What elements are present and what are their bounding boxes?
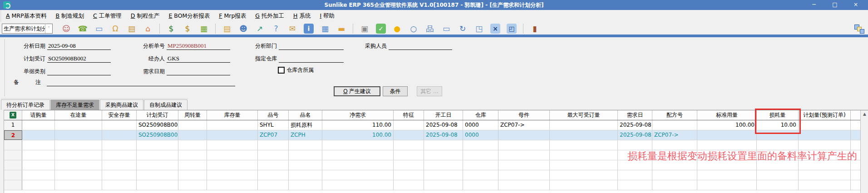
menu-item-F[interactable]: F Mrp报表 (219, 12, 246, 20)
column-header-std_usage[interactable]: 标准用量 (697, 110, 757, 120)
excel-export-icon[interactable]: X (10, 112, 16, 119)
cell-feature[interactable] (394, 170, 424, 180)
cell-demand_date[interactable]: 2025-09-08 (618, 130, 652, 140)
cell-formula_no[interactable]: ZCP07-> (652, 130, 697, 140)
column-header-feature[interactable]: 特征 (394, 110, 424, 120)
cell-parent_item[interactable] (498, 180, 550, 190)
monitor-icon[interactable]: ▭ (93, 23, 105, 34)
handler-field[interactable]: GKS (167, 54, 230, 63)
cell-std_usage[interactable]: 100.00 (697, 120, 757, 130)
menu-item-I[interactable]: I 帮助 (320, 12, 335, 20)
cell-formula_no[interactable] (652, 120, 697, 130)
cell-item_no[interactable] (258, 160, 289, 170)
cell-turnover[interactable] (178, 150, 207, 160)
generate-suggestion-button[interactable]: O 产生建议 (334, 86, 380, 96)
vertical-scrollbar[interactable]: ▲ (860, 110, 868, 193)
cell-safety_stock[interactable] (102, 140, 137, 150)
cell-qty_in_transit[interactable] (55, 130, 102, 140)
menu-item-C[interactable]: C 工单管理 (93, 12, 122, 20)
cell-loss_qty[interactable] (757, 180, 799, 190)
close-button[interactable]: × (845, 0, 866, 10)
cart-icon[interactable]: ▦ (198, 23, 210, 34)
cell-safety_stock[interactable] (102, 130, 137, 140)
cell-turnover[interactable] (178, 160, 207, 170)
cell-parent_item[interactable] (498, 140, 550, 150)
cell-stock[interactable] (207, 130, 258, 140)
cell-qty_in_transit[interactable] (55, 120, 102, 130)
cell-qty_requested[interactable] (22, 160, 55, 170)
cell-qty_requested[interactable] (22, 170, 55, 180)
cell-stock[interactable] (207, 170, 258, 180)
home-icon[interactable]: ⌂ (142, 23, 154, 34)
users-icon[interactable]: ☻ (237, 23, 249, 34)
cell-qty_requested[interactable] (22, 120, 55, 130)
remark-field[interactable] (47, 78, 235, 86)
cell-std_usage[interactable] (697, 140, 757, 150)
row-number-cell[interactable] (4, 180, 22, 190)
tab-1[interactable]: 待分析订单记录 (1, 99, 50, 110)
cell-std_usage[interactable] (697, 130, 757, 140)
grid-corner-cell[interactable]: X (4, 110, 22, 120)
close-window-icon[interactable]: × (490, 24, 500, 34)
cell-qty_requested[interactable] (22, 130, 55, 140)
cell-max_orderable[interactable] (550, 120, 618, 130)
search-icon[interactable]: ○ (408, 23, 419, 34)
cell-feature[interactable] (394, 120, 424, 130)
cell-start_date[interactable]: 2025-09-08 (424, 120, 463, 130)
cell-demand_date[interactable] (618, 170, 652, 180)
cell-warehouse[interactable] (463, 150, 498, 160)
menu-item-A[interactable]: A MRP基本资料 (6, 12, 47, 20)
cell-formula_no[interactable] (652, 140, 697, 150)
cell-safety_stock[interactable] (102, 150, 137, 160)
cell-warehouse[interactable]: 0000 (463, 130, 498, 140)
column-header-formula_no[interactable]: 配方号 (652, 110, 697, 120)
org-chart-icon[interactable]: 品 (424, 23, 436, 34)
cell-feature[interactable] (394, 150, 424, 160)
cell-item_name[interactable] (289, 140, 322, 150)
tab-2[interactable]: 库存不足量需求 (50, 99, 99, 110)
cell-stock[interactable] (207, 120, 258, 130)
cell-net_demand[interactable] (322, 140, 394, 150)
cell-loss_qty[interactable]: 10.00 (757, 120, 799, 130)
cell-item_name[interactable] (289, 160, 322, 170)
cell-warehouse[interactable] (463, 140, 498, 150)
cell-item_name[interactable] (289, 170, 322, 180)
bell-icon[interactable]: ● (391, 23, 403, 34)
column-header-max_orderable[interactable]: 最大可受订量 (550, 110, 618, 120)
cell-parent_item[interactable] (498, 170, 550, 180)
column-header-loss_qty[interactable]: 损耗量 (757, 110, 799, 120)
cell-feature[interactable] (394, 140, 424, 150)
cell-safety_stock[interactable] (102, 160, 137, 170)
tab-4[interactable]: 自制成品建议 (144, 99, 187, 110)
cell-parent_item[interactable] (498, 130, 550, 140)
cell-loss_qty[interactable] (757, 130, 799, 140)
column-header-demand_date[interactable]: 需求日 (618, 110, 652, 120)
row-number-cell[interactable]: 2 (4, 130, 22, 140)
cell-warehouse[interactable] (463, 170, 498, 180)
cell-item_no[interactable] (258, 150, 289, 160)
cell-stock[interactable] (207, 160, 258, 170)
cell-qty_requested[interactable] (22, 180, 55, 190)
cell-start_date[interactable] (424, 150, 463, 160)
row-number-cell[interactable] (4, 170, 22, 180)
cell-parent_item[interactable]: ZCP07-> (498, 120, 550, 130)
cell-plan_order[interactable] (137, 140, 178, 150)
cell-net_demand[interactable] (322, 180, 394, 190)
exit-door-icon[interactable]: ▮ (529, 23, 541, 34)
cell-safety_stock[interactable] (102, 120, 137, 130)
cell-loss_qty[interactable] (757, 170, 799, 180)
column-header-warehouse[interactable]: 仓库 (463, 110, 498, 120)
cell-item_name[interactable] (289, 180, 322, 190)
cell-qty_in_transit[interactable] (55, 180, 102, 190)
plan-order-field[interactable]: SO250908B002 (47, 54, 111, 63)
cell-demand_date[interactable] (618, 180, 652, 190)
cell-turnover[interactable] (178, 170, 207, 180)
cell-start_date[interactable] (424, 160, 463, 170)
column-header-item_name[interactable]: 品名 (289, 110, 322, 120)
globe-arrow-icon[interactable]: ↗ (254, 23, 266, 34)
cell-loss_qty[interactable] (757, 140, 799, 150)
module-selector-dropdown[interactable]: 生产需求和计划分析 ˇ (2, 24, 53, 34)
cell-max_orderable[interactable] (550, 150, 618, 160)
scroll-up-icon[interactable]: ▲ (861, 110, 868, 118)
cell-plan_order[interactable] (137, 160, 178, 170)
